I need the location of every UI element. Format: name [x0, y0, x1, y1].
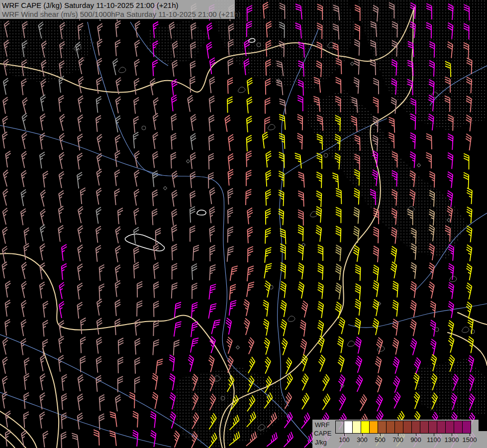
cape-legend-panel: WRF CAPE J/kg 10030050070090011001300150… [312, 420, 487, 448]
legend-tick-label: 100 [334, 436, 354, 444]
legend-swatch-0-100 [335, 421, 344, 434]
legend-tick-label: 700 [388, 436, 408, 444]
legend-swatch-100-200 [344, 421, 353, 434]
legend-color-scale [335, 421, 471, 434]
legend-swatch-500-600 [378, 421, 387, 434]
legend-tick-label: 1500 [460, 436, 480, 444]
legend-swatch-400-500 [369, 421, 378, 434]
legend-tick-label: 500 [370, 436, 390, 444]
map-title-cape: WRF CAPE (J/kg) Saturday 11-10-2025 21:0… [2, 1, 178, 9]
legend-swatch-800-900 [403, 421, 412, 434]
legend-swatch-1100-1200 [428, 421, 437, 434]
legend-units-label: J/kg [315, 439, 327, 446]
map-title-wind-shear: WRF Wind shear (m/s) 500/1000hPa Saturda… [2, 10, 241, 18]
legend-swatch-1400-1500 [454, 421, 463, 434]
legend-swatch-1200-1300 [437, 421, 446, 434]
legend-swatch-300-400 [361, 421, 370, 434]
legend-swatch-1000-1100 [420, 421, 429, 434]
legend-tick-label: 1100 [424, 436, 444, 444]
legend-model-label: WRF [315, 421, 330, 429]
legend-variable-label: CAPE [314, 430, 331, 437]
wind-barb-map [0, 0, 487, 448]
legend-swatch-600-700 [386, 421, 395, 434]
legend-swatch-200-300 [352, 421, 361, 434]
legend-tick-label: 900 [406, 436, 426, 444]
legend-tick-label: 1300 [442, 436, 462, 444]
legend-swatch-900-1000 [411, 421, 420, 434]
legend-swatch-700-800 [394, 421, 403, 434]
legend-tick-label: 300 [352, 436, 372, 444]
legend-swatch-1300-1400 [445, 421, 454, 434]
weather-map-stage: WRF CAPE (J/kg) Saturday 11-10-2025 21:0… [0, 0, 487, 448]
title-panel: WRF CAPE (J/kg) Saturday 11-10-2025 21:0… [0, 0, 235, 19]
legend-swatch-1500+ [462, 421, 471, 434]
